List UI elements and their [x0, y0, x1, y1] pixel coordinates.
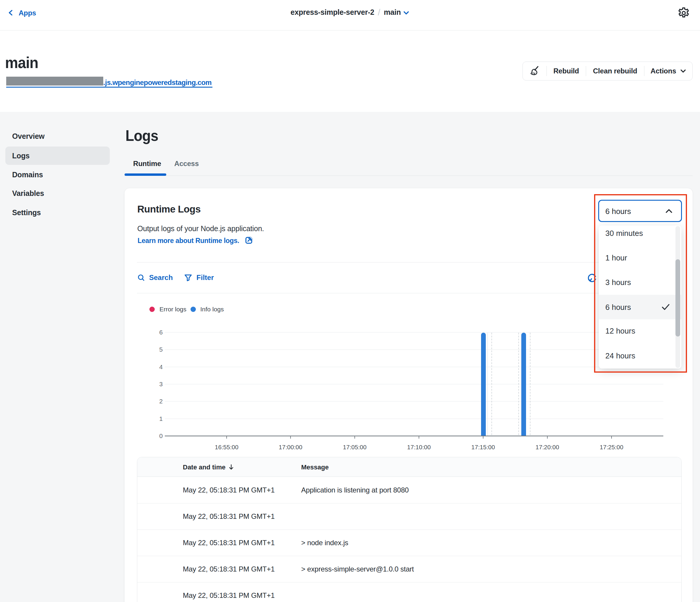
- svg-text:17:20:00: 17:20:00: [535, 444, 559, 451]
- svg-text:17:00:00: 17:00:00: [279, 444, 302, 451]
- svg-text:17:15:00: 17:15:00: [471, 444, 495, 451]
- svg-text:5: 5: [159, 346, 163, 353]
- svg-text:2: 2: [159, 398, 163, 405]
- svg-text:6: 6: [159, 329, 163, 336]
- svg-text:3: 3: [159, 381, 163, 387]
- svg-text:4: 4: [159, 363, 163, 370]
- svg-text:17:10:00: 17:10:00: [407, 444, 431, 451]
- svg-text:0: 0: [159, 432, 163, 439]
- svg-text:1: 1: [159, 415, 163, 422]
- svg-text:17:05:00: 17:05:00: [343, 444, 367, 451]
- svg-text:17:25:00: 17:25:00: [600, 444, 623, 451]
- svg-text:16:55:00: 16:55:00: [215, 444, 239, 451]
